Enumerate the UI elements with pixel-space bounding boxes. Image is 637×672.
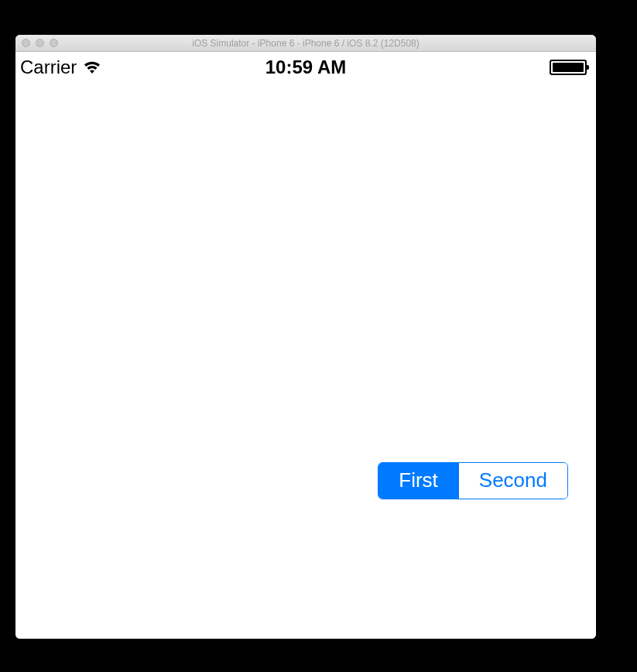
status-bar: Carrier 10:59 AM <box>15 52 596 83</box>
battery-fill <box>553 63 584 72</box>
mac-titlebar: iOS Simulator - iPhone 6 - iPhone 6 / iO… <box>15 35 596 52</box>
minimize-window-icon[interactable] <box>36 39 44 47</box>
traffic-lights <box>22 39 58 47</box>
carrier-label: Carrier <box>20 57 77 78</box>
content-area: First Second <box>15 83 596 639</box>
segmented-control[interactable]: First Second <box>378 462 568 499</box>
status-left: Carrier <box>20 57 101 78</box>
zoom-window-icon[interactable] <box>50 39 58 47</box>
device-screen: Carrier 10:59 AM First Second <box>15 52 596 639</box>
status-time: 10:59 AM <box>15 57 596 78</box>
status-right <box>550 60 587 75</box>
segment-first[interactable]: First <box>378 463 458 499</box>
simulator-window: iOS Simulator - iPhone 6 - iPhone 6 / iO… <box>15 35 596 639</box>
wifi-icon <box>83 60 101 74</box>
battery-icon <box>550 60 587 75</box>
segment-second[interactable]: Second <box>458 463 567 499</box>
close-window-icon[interactable] <box>22 39 30 47</box>
window-title: iOS Simulator - iPhone 6 - iPhone 6 / iO… <box>15 38 596 49</box>
